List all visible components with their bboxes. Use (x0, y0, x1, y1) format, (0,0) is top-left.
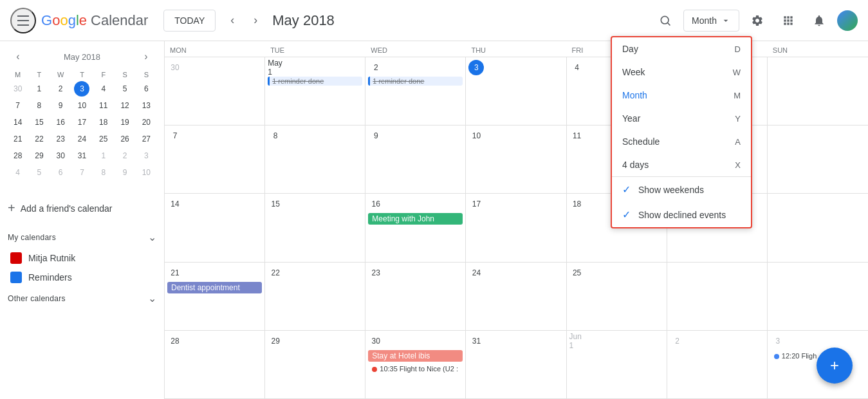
dropdown-toggles-section: ✓Show weekends✓Show declined events (612, 177, 751, 227)
dropdown-view-label: Week (622, 67, 645, 77)
dropdown-view-year[interactable]: YearY (612, 107, 751, 130)
toggle-label: Show weekends (638, 185, 704, 195)
dropdown-toggle-show-weekends[interactable]: ✓Show weekends (612, 177, 751, 202)
dropdown-shortcut: Y (735, 114, 741, 124)
dropdown-view-month[interactable]: MonthM (612, 84, 751, 107)
dropdown-view-label: Month (622, 90, 647, 100)
dropdown-toggle-show-declined-events[interactable]: ✓Show declined events (612, 202, 751, 227)
dropdown-view-schedule[interactable]: ScheduleA (612, 130, 751, 153)
dropdown-view-label: Day (622, 44, 638, 54)
dropdown-view-label: 4 days (622, 160, 649, 170)
dropdown-views-section: DayDWeekWMonthMYearYScheduleA4 daysX (612, 37, 751, 177)
dropdown-shortcut: X (735, 160, 741, 170)
check-icon: ✓ (622, 209, 631, 221)
check-icon: ✓ (622, 183, 631, 196)
dropdown-view-label: Year (622, 113, 640, 124)
dropdown-view-day[interactable]: DayD (612, 37, 751, 60)
dropdown-shortcut: M (734, 91, 741, 100)
dropdown-shortcut: A (735, 137, 741, 147)
dropdown-shortcut: D (735, 44, 741, 54)
view-dropdown-menu: DayDWeekWMonthMYearYScheduleA4 daysX ✓Sh… (611, 36, 752, 228)
dropdown-view-label: Schedule (622, 136, 660, 147)
dropdown-view-week[interactable]: WeekW (612, 60, 751, 84)
toggle-label: Show declined events (638, 210, 726, 220)
dropdown-shortcut: W (733, 68, 741, 77)
dropdown-view-4-days[interactable]: 4 daysX (612, 153, 751, 176)
